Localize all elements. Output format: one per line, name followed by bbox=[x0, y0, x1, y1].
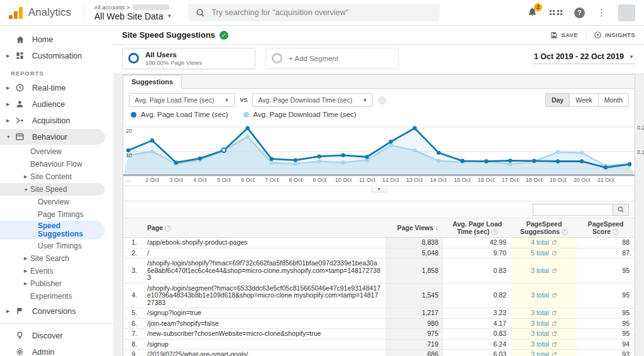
check-badge-icon: ✓ bbox=[219, 31, 228, 40]
pagespeed-score-value: 87 bbox=[577, 248, 635, 259]
chevron-right-icon: ▶ bbox=[6, 102, 13, 107]
pagespeed-suggestions-cell: 3 total bbox=[511, 283, 577, 308]
sidebar-item-conversions[interactable]: ▶Conversions bbox=[0, 303, 113, 319]
analytics-logo-icon[interactable] bbox=[9, 6, 23, 19]
pagespeed-suggestions-cell: 3 total bbox=[511, 339, 577, 350]
remove-metric-icon[interactable] bbox=[378, 96, 386, 104]
pagespeed-score-value: 95 bbox=[577, 259, 635, 284]
table-search-input[interactable] bbox=[533, 204, 613, 216]
legend-item-load-time: Avg. Page Load Time (sec) bbox=[131, 111, 228, 118]
sidebar-item-discover[interactable]: Discover bbox=[0, 328, 113, 343]
sidebar-item-overview[interactable]: Overview bbox=[0, 145, 113, 158]
x-axis-tick-label: 17 Oct bbox=[502, 177, 519, 183]
secondary-metric-select[interactable]: Avg. Page Download Time (sec) ▼ bbox=[252, 93, 373, 107]
sidebar-item-speed-suggestions[interactable]: Speed Suggestions bbox=[0, 221, 105, 240]
admin-icon bbox=[14, 347, 25, 356]
app-header: Analytics All accounts > All Web Site Da… bbox=[0, 0, 644, 26]
pagespeed-suggestions-link[interactable]: 3 total bbox=[531, 341, 557, 348]
insights-button[interactable]: INSIGHTS bbox=[594, 31, 635, 39]
chart-legend: Avg. Page Load Time (sec) Avg. Page Down… bbox=[123, 110, 635, 122]
pagespeed-suggestions-link[interactable]: 4 total bbox=[531, 239, 557, 247]
global-search-input[interactable] bbox=[211, 8, 413, 17]
x-axis-tick-label: 4 Oct bbox=[193, 177, 207, 183]
sidebar-item-overview[interactable]: Overview bbox=[0, 196, 113, 208]
sidebar-item-user-timings[interactable]: User Timings bbox=[0, 240, 113, 252]
load-time-value: 0.82 bbox=[443, 283, 511, 308]
sidebar-item-site-content[interactable]: ▶Site Content bbox=[0, 170, 113, 183]
pagespeed-suggestions-link[interactable]: 3 total bbox=[531, 309, 557, 317]
global-search[interactable] bbox=[188, 4, 440, 21]
timeseries-chart[interactable]: 20100.20.1 bbox=[123, 122, 635, 176]
table-search-button[interactable] bbox=[613, 204, 629, 216]
chevron-down-icon: ▼ bbox=[24, 187, 30, 192]
pagespeed-suggestions-link[interactable]: 5 total bbox=[531, 250, 557, 257]
save-button[interactable]: SAVE bbox=[550, 31, 578, 39]
row-number: 5. bbox=[123, 308, 142, 319]
report-title-bar: Site Speed Suggestions ✓ SAVE INSIGHTS bbox=[113, 26, 644, 45]
granularity-month-button[interactable]: Month bbox=[599, 93, 629, 107]
sidebar-item-page-timings[interactable]: Page Timings bbox=[0, 208, 113, 221]
sidebar-item-behaviour[interactable]: ▼Behaviour bbox=[0, 129, 105, 145]
sidebar-item-home[interactable]: Home bbox=[0, 31, 113, 47]
pagespeed-suggestions-link[interactable]: 3 total bbox=[531, 330, 557, 338]
sidebar-item-events[interactable]: ▶Events bbox=[0, 265, 113, 277]
chart-expand-button[interactable]: ▼ bbox=[370, 186, 387, 192]
granularity-week-button[interactable]: Week bbox=[570, 93, 599, 107]
header-load-time[interactable]: Avg. Page Load Time (sec)? bbox=[443, 218, 511, 238]
segment-all-users[interactable]: All Users 100.00% Page Views bbox=[122, 48, 255, 69]
sidebar-item-acquisition[interactable]: ▶Acquisition bbox=[0, 113, 113, 128]
avatar[interactable] bbox=[618, 4, 635, 21]
sidebar-item-experiments[interactable]: Experiments bbox=[0, 290, 113, 303]
page-path: /shopify-login/shopify?hmac=69f732c662fa… bbox=[142, 259, 386, 284]
table-toolbar bbox=[123, 201, 635, 218]
notifications-button[interactable]: 2 bbox=[527, 6, 538, 19]
chart-x-axis-labels: …2 Oct3 Oct4 Oct5 Oct6 Oct7 Oct8 Oct9 Oc… bbox=[123, 176, 635, 184]
help-icon[interactable]: ? bbox=[165, 225, 171, 231]
add-segment-button[interactable]: + Add Segment bbox=[265, 48, 399, 69]
tab-suggestions[interactable]: Suggestions bbox=[123, 75, 182, 89]
date-range-picker[interactable]: 1 Oct 2019 - 22 Oct 2019 ▼ bbox=[533, 52, 635, 64]
account-selector[interactable]: All accounts > All Web Site Data ▼ bbox=[84, 4, 172, 21]
header-pagespeed-suggestions[interactable]: PageSpeed Suggestions? bbox=[511, 218, 577, 238]
metric-controls: Avg. Page Load Time (sec) ▼ VS Avg. Page… bbox=[123, 89, 635, 110]
sidebar-item-customisation[interactable]: ▶Customisation bbox=[0, 48, 113, 64]
pagespeed-suggestions-link[interactable]: 3 total bbox=[531, 292, 557, 299]
sidebar-item-site-speed[interactable]: ▼Site Speed bbox=[0, 183, 105, 196]
sidebar-item-site-search[interactable]: ▶Site Search bbox=[0, 252, 113, 265]
sidebar-item-label: Overview bbox=[38, 197, 69, 206]
granularity-day-button[interactable]: Day bbox=[545, 93, 570, 107]
chevron-down-icon: ▼ bbox=[362, 97, 367, 103]
pagespeed-suggestions-link[interactable]: 3 total bbox=[531, 320, 557, 328]
help-icon[interactable]: ? bbox=[491, 229, 497, 235]
sidebar-item-behaviour-flow[interactable]: Behaviour Flow bbox=[0, 158, 113, 170]
row-number: 4. bbox=[123, 283, 142, 308]
page-path: /signup?login=true bbox=[142, 308, 386, 319]
table-row: 1./app/ebook-shopify-product-pages8,8384… bbox=[123, 238, 635, 248]
external-link-icon bbox=[552, 352, 557, 356]
help-icon[interactable]: ? bbox=[613, 229, 619, 235]
pagespeed-suggestions-link[interactable]: 3 total bbox=[531, 267, 557, 275]
header-pagespeed-score[interactable]: PageSpeed Score? bbox=[577, 218, 635, 238]
sidebar-item-admin[interactable]: Admin bbox=[0, 344, 113, 356]
sidebar-item-real-time[interactable]: ▶Real-time bbox=[0, 80, 113, 96]
property-name: All Web Site Data bbox=[94, 11, 163, 21]
kebab-menu-icon[interactable]: ⋮ bbox=[597, 7, 606, 18]
help-icon[interactable]: ? bbox=[574, 8, 585, 18]
page-path: /signup bbox=[142, 339, 386, 350]
save-icon bbox=[550, 31, 558, 39]
header-page[interactable]: Page? bbox=[142, 218, 386, 238]
primary-metric-label: Avg. Page Load Time (sec) bbox=[135, 96, 214, 104]
sidebar-item-publisher[interactable]: ▶Publisher bbox=[0, 277, 113, 290]
sidebar-item-label: Site Speed bbox=[30, 185, 67, 194]
sidebar-item-label: Acquisition bbox=[32, 116, 70, 125]
pagespeed-suggestions-link[interactable]: 3 total bbox=[531, 351, 557, 356]
sidebar-item-audience[interactable]: ▶Audience bbox=[0, 96, 113, 112]
primary-metric-select[interactable]: Avg. Page Load Time (sec) ▼ bbox=[129, 93, 235, 107]
header-page-views[interactable]: Page Views↓ bbox=[386, 218, 443, 238]
sidebar-item-label: Customisation bbox=[32, 52, 82, 60]
external-link-icon bbox=[552, 268, 557, 274]
sidebar-divider bbox=[0, 323, 113, 324]
apps-grid-icon[interactable] bbox=[550, 10, 562, 15]
help-icon[interactable]: ? bbox=[562, 229, 568, 235]
sidebar-item-label: Page Timings bbox=[38, 210, 84, 219]
